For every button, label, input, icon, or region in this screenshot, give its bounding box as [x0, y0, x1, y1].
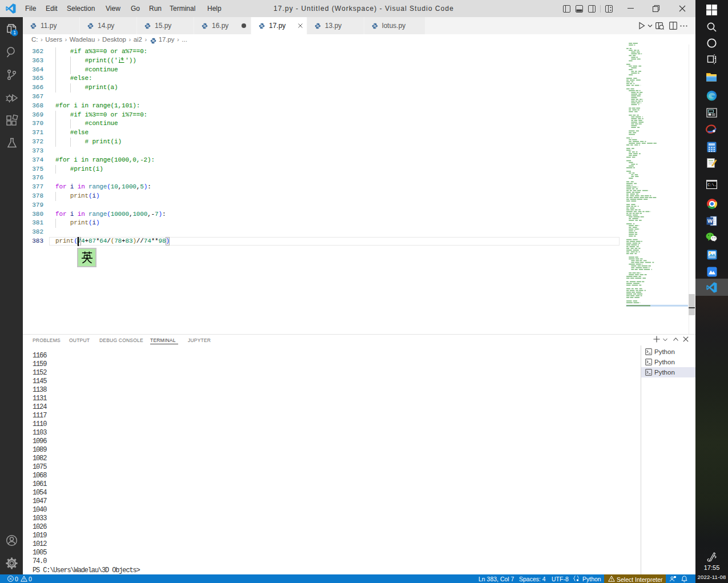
- svg-text:C:\.: C:\.: [707, 183, 717, 187]
- svg-text:W: W: [707, 218, 713, 224]
